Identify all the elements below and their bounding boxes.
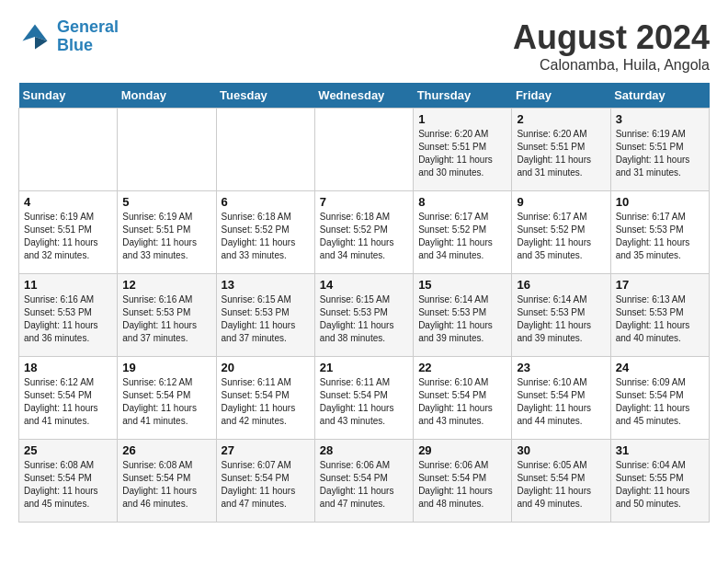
calendar-cell: 26Sunrise: 6:08 AM Sunset: 5:54 PM Dayli… [118, 440, 216, 523]
calendar-cell: 24Sunrise: 6:09 AM Sunset: 5:54 PM Dayli… [610, 357, 709, 440]
day-number: 18 [24, 361, 112, 374]
day-content: Sunrise: 6:14 AM Sunset: 5:53 PM Dayligh… [517, 293, 605, 345]
day-number: 4 [24, 195, 112, 209]
weekday-header-monday: Monday [118, 83, 216, 109]
day-content: Sunrise: 6:04 AM Sunset: 5:55 PM Dayligh… [616, 459, 704, 511]
day-number: 12 [122, 278, 210, 292]
day-content: Sunrise: 6:11 AM Sunset: 5:54 PM Dayligh… [222, 376, 310, 428]
calendar-cell: 6Sunrise: 6:18 AM Sunset: 5:52 PM Daylig… [216, 191, 314, 274]
day-number: 25 [24, 443, 112, 457]
day-content: Sunrise: 6:06 AM Sunset: 5:54 PM Dayligh… [320, 459, 408, 511]
day-number: 19 [122, 361, 210, 374]
day-content: Sunrise: 6:07 AM Sunset: 5:54 PM Dayligh… [222, 459, 310, 511]
calendar-cell: 21Sunrise: 6:11 AM Sunset: 5:54 PM Dayli… [314, 357, 413, 440]
calendar-cell: 22Sunrise: 6:10 AM Sunset: 5:54 PM Dayli… [414, 357, 512, 440]
day-content: Sunrise: 6:18 AM Sunset: 5:52 PM Dayligh… [320, 211, 408, 262]
day-content: Sunrise: 6:12 AM Sunset: 5:54 PM Dayligh… [24, 376, 112, 428]
day-number: 29 [418, 443, 506, 457]
calendar-cell: 10Sunrise: 6:17 AM Sunset: 5:53 PM Dayli… [610, 191, 709, 274]
calendar-cell: 12Sunrise: 6:16 AM Sunset: 5:53 PM Dayli… [118, 274, 216, 357]
title-block: August 2024 Calonamba, Huila, Angola [513, 18, 710, 74]
calendar-cell: 19Sunrise: 6:12 AM Sunset: 5:54 PM Dayli… [118, 357, 216, 440]
calendar-body: 1Sunrise: 6:20 AM Sunset: 5:51 PM Daylig… [19, 109, 710, 523]
day-number: 28 [320, 443, 408, 457]
weekday-header-wednesday: Wednesday [314, 83, 413, 109]
day-number: 30 [517, 443, 605, 457]
calendar-cell [19, 109, 118, 191]
day-number: 15 [418, 278, 506, 292]
calendar-cell: 30Sunrise: 6:05 AM Sunset: 5:54 PM Dayli… [512, 440, 610, 523]
day-content: Sunrise: 6:18 AM Sunset: 5:52 PM Dayligh… [222, 211, 310, 262]
calendar-cell: 1Sunrise: 6:20 AM Sunset: 5:51 PM Daylig… [414, 109, 512, 191]
weekday-header-row: SundayMondayTuesdayWednesdayThursdayFrid… [19, 83, 710, 109]
day-number: 8 [418, 195, 506, 209]
calendar-cell: 5Sunrise: 6:19 AM Sunset: 5:51 PM Daylig… [118, 191, 216, 274]
page-header: General Blue August 2024 Calonamba, Huil… [18, 18, 710, 74]
location: Calonamba, Huila, Angola [513, 57, 710, 74]
day-content: Sunrise: 6:16 AM Sunset: 5:53 PM Dayligh… [24, 293, 112, 345]
day-number: 31 [616, 443, 704, 457]
day-content: Sunrise: 6:09 AM Sunset: 5:54 PM Dayligh… [616, 376, 704, 428]
day-content: Sunrise: 6:08 AM Sunset: 5:54 PM Dayligh… [24, 459, 112, 511]
calendar-cell: 14Sunrise: 6:15 AM Sunset: 5:53 PM Dayli… [314, 274, 413, 357]
logo-icon [18, 20, 51, 53]
month-title: August 2024 [513, 18, 710, 57]
logo: General Blue [18, 18, 119, 55]
weekday-header-tuesday: Tuesday [216, 83, 314, 109]
day-number: 27 [222, 443, 310, 457]
calendar-cell: 8Sunrise: 6:17 AM Sunset: 5:52 PM Daylig… [414, 191, 512, 274]
calendar-cell: 25Sunrise: 6:08 AM Sunset: 5:54 PM Dayli… [19, 440, 118, 523]
weekday-header-saturday: Saturday [610, 83, 709, 109]
calendar-cell: 18Sunrise: 6:12 AM Sunset: 5:54 PM Dayli… [19, 357, 118, 440]
day-content: Sunrise: 6:06 AM Sunset: 5:54 PM Dayligh… [418, 459, 506, 511]
calendar-week-5: 25Sunrise: 6:08 AM Sunset: 5:54 PM Dayli… [19, 440, 710, 523]
day-number: 10 [616, 195, 704, 209]
calendar-cell: 20Sunrise: 6:11 AM Sunset: 5:54 PM Dayli… [216, 357, 314, 440]
day-number: 14 [320, 278, 408, 292]
calendar-cell: 28Sunrise: 6:06 AM Sunset: 5:54 PM Dayli… [314, 440, 413, 523]
calendar-cell: 29Sunrise: 6:06 AM Sunset: 5:54 PM Dayli… [414, 440, 512, 523]
calendar-week-2: 4Sunrise: 6:19 AM Sunset: 5:51 PM Daylig… [19, 191, 710, 274]
day-number: 26 [122, 443, 210, 457]
calendar-cell [118, 109, 216, 191]
day-content: Sunrise: 6:12 AM Sunset: 5:54 PM Dayligh… [122, 376, 210, 428]
calendar-week-3: 11Sunrise: 6:16 AM Sunset: 5:53 PM Dayli… [19, 274, 710, 357]
day-number: 23 [517, 361, 605, 374]
day-number: 24 [616, 361, 704, 374]
calendar-cell: 16Sunrise: 6:14 AM Sunset: 5:53 PM Dayli… [512, 274, 610, 357]
day-number: 5 [122, 195, 210, 209]
day-number: 9 [517, 195, 605, 209]
calendar-cell [216, 109, 314, 191]
day-number: 6 [222, 195, 310, 209]
day-number: 11 [24, 278, 112, 292]
calendar-cell [314, 109, 413, 191]
calendar-cell: 15Sunrise: 6:14 AM Sunset: 5:53 PM Dayli… [414, 274, 512, 357]
calendar-cell: 31Sunrise: 6:04 AM Sunset: 5:55 PM Dayli… [610, 440, 709, 523]
weekday-header-friday: Friday [512, 83, 610, 109]
day-number: 1 [418, 112, 506, 126]
logo-text: General Blue [57, 18, 119, 55]
day-content: Sunrise: 6:19 AM Sunset: 5:51 PM Dayligh… [616, 128, 704, 179]
day-content: Sunrise: 6:19 AM Sunset: 5:51 PM Dayligh… [122, 211, 210, 262]
day-number: 22 [418, 361, 506, 374]
day-content: Sunrise: 6:19 AM Sunset: 5:51 PM Dayligh… [24, 211, 112, 262]
day-content: Sunrise: 6:16 AM Sunset: 5:53 PM Dayligh… [122, 293, 210, 345]
day-content: Sunrise: 6:14 AM Sunset: 5:53 PM Dayligh… [418, 293, 506, 345]
day-content: Sunrise: 6:11 AM Sunset: 5:54 PM Dayligh… [320, 376, 408, 428]
day-content: Sunrise: 6:08 AM Sunset: 5:54 PM Dayligh… [122, 459, 210, 511]
day-number: 3 [616, 112, 704, 126]
weekday-header-sunday: Sunday [19, 83, 118, 109]
day-content: Sunrise: 6:13 AM Sunset: 5:53 PM Dayligh… [616, 293, 704, 345]
calendar-cell: 2Sunrise: 6:20 AM Sunset: 5:51 PM Daylig… [512, 109, 610, 191]
calendar-cell: 7Sunrise: 6:18 AM Sunset: 5:52 PM Daylig… [314, 191, 413, 274]
calendar-cell: 3Sunrise: 6:19 AM Sunset: 5:51 PM Daylig… [610, 109, 709, 191]
day-number: 17 [616, 278, 704, 292]
day-content: Sunrise: 6:10 AM Sunset: 5:54 PM Dayligh… [418, 376, 506, 428]
day-number: 2 [517, 112, 605, 126]
day-number: 20 [222, 361, 310, 374]
day-content: Sunrise: 6:20 AM Sunset: 5:51 PM Dayligh… [517, 128, 605, 179]
calendar-cell: 11Sunrise: 6:16 AM Sunset: 5:53 PM Dayli… [19, 274, 118, 357]
day-content: Sunrise: 6:15 AM Sunset: 5:53 PM Dayligh… [320, 293, 408, 345]
day-content: Sunrise: 6:15 AM Sunset: 5:53 PM Dayligh… [222, 293, 310, 345]
calendar-cell: 23Sunrise: 6:10 AM Sunset: 5:54 PM Dayli… [512, 357, 610, 440]
